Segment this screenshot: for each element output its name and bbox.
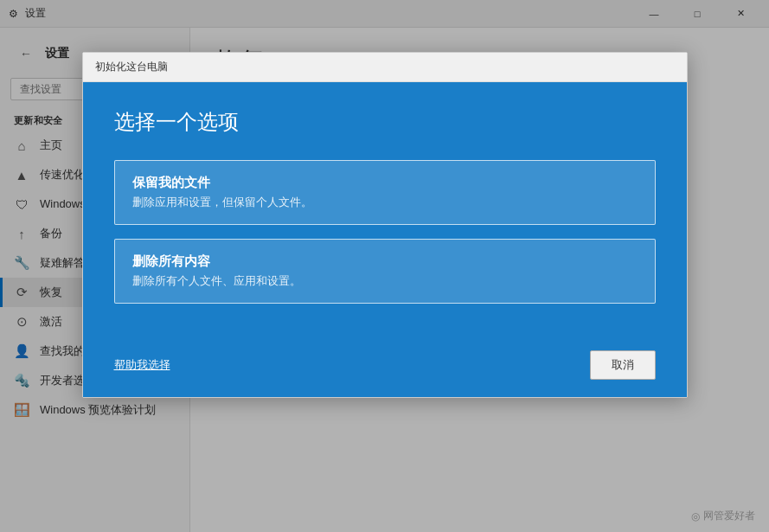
option-remove-all[interactable]: 删除所有内容 删除所有个人文件、应用和设置。	[114, 239, 656, 304]
option-keep-files-title: 保留我的文件	[132, 175, 638, 191]
option-keep-files[interactable]: 保留我的文件 删除应用和设置，但保留个人文件。	[114, 160, 656, 225]
modal-heading: 选择一个选项	[114, 108, 656, 136]
option-remove-all-title: 删除所有内容	[132, 253, 638, 270]
modal-titlebar: 初始化这台电脑	[83, 53, 687, 82]
option-remove-all-desc: 删除所有个人文件、应用和设置。	[132, 273, 638, 289]
modal-body: 选择一个选项 保留我的文件 删除应用和设置，但保留个人文件。 删除所有内容 删除…	[83, 82, 687, 338]
modal-footer: 帮助我选择 取消	[83, 338, 687, 397]
modal-overlay: 初始化这台电脑 选择一个选项 保留我的文件 删除应用和设置，但保留个人文件。 删…	[0, 0, 769, 532]
settings-window: ⚙ 设置 — □ ✕ ← 设置 更新和安全 ⌂ 主页 ▲ 传速优化	[0, 0, 769, 532]
reset-pc-modal: 初始化这台电脑 选择一个选项 保留我的文件 删除应用和设置，但保留个人文件。 删…	[82, 52, 688, 398]
cancel-button[interactable]: 取消	[590, 350, 656, 380]
option-keep-files-desc: 删除应用和设置，但保留个人文件。	[132, 195, 638, 210]
help-link[interactable]: 帮助我选择	[114, 357, 170, 373]
